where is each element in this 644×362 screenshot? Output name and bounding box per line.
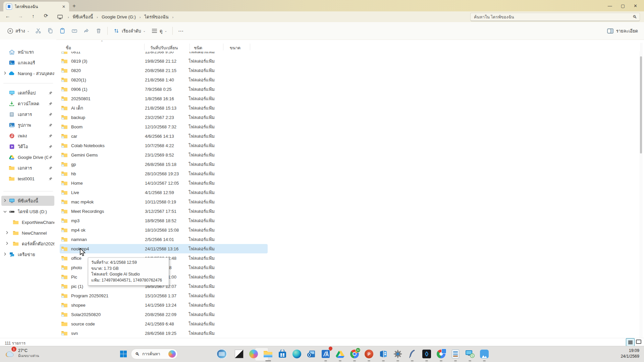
cut-button[interactable] (32, 25, 44, 36)
chevron-right-icon[interactable] (1, 199, 9, 203)
column-divider[interactable] (190, 44, 190, 50)
edge-icon[interactable] (291, 349, 302, 359)
taskbar-weather-widget[interactable]: 1 27°C มีเมฆบางส่วน (3, 347, 39, 359)
file-row-backup[interactable]: backup23/2/2567 2:23โฟลเดอร์แฟ้ม (60, 113, 268, 122)
new-button[interactable]: สร้าง ⌄ (4, 25, 32, 37)
powerpoint-icon[interactable]: P (364, 349, 374, 359)
column-header-size[interactable]: ขนาด (230, 45, 240, 51)
file-row-gp[interactable]: gp26/8/2568 15:18โฟลเดอร์แฟ้ม (60, 160, 268, 169)
sidebar-item-narong-ส่วนบุคคล[interactable]: Narong - ส่วนบุคคล (1, 68, 54, 78)
breadcrumb-google-drive[interactable]: Google Drive (G:) (100, 14, 138, 20)
search-input[interactable]: ค้นหาใน ไดรฟ์ของฉัน 🔍︎ (470, 13, 640, 21)
back-button[interactable]: ← (3, 13, 12, 19)
taskbar-search[interactable]: 🔍︎ การค้นหา (131, 349, 178, 359)
file-explorer-icon[interactable] (263, 349, 273, 359)
chrome-icon[interactable]: SJ (349, 349, 360, 359)
explorer-tab[interactable]: ไดรฟ์ของฉัน ✕ (3, 2, 69, 11)
search-icon[interactable]: 🔍︎ (633, 14, 637, 19)
file-row-meet-recordings[interactable]: Meet Recordings3/12/2567 17:51โฟลเดอร์แฟ… (60, 206, 268, 216)
file-row-0820[interactable]: 082020/8/2568 21:15โฟลเดอร์แฟ้ม (60, 66, 268, 75)
quill-app-icon[interactable] (407, 349, 418, 359)
file-row-program-20250921[interactable]: Program 2025092115/10/2568 1:37โฟลเดอร์แ… (60, 291, 268, 300)
file-row-source-code[interactable]: source code24/1/2569 6:48โฟลเดอร์แฟ้ม (60, 319, 268, 328)
column-header-date[interactable]: วันที่ปรับเปลี่ยน (150, 45, 178, 51)
file-row-home[interactable]: Home14/10/2567 12:05โฟลเดอร์แฟ้ม (60, 178, 268, 188)
close-button[interactable]: ✕ (634, 3, 637, 8)
refresh-button[interactable]: ⟳ (42, 13, 50, 19)
file-row-boom[interactable]: Boom12/10/2568 7:32โฟลเดอร์แฟ้ม (60, 122, 268, 131)
details-pane-button[interactable]: รายละเอียด (607, 27, 638, 35)
minimize-button[interactable]: — (608, 3, 612, 8)
file-row-20250801[interactable]: 202508011/8/2568 16:16โฟลเดอร์แฟ้ม (60, 94, 268, 103)
view-button[interactable]: ดู ⌄ (148, 25, 170, 37)
column-header-type[interactable]: ชนิด (194, 45, 202, 51)
new-tab-button[interactable]: + (72, 3, 76, 9)
sidebar-item-เครือข่าย[interactable]: เครือข่าย (1, 249, 54, 259)
file-row-0820-1-[interactable]: 0820(1)21/8/2568 1:40โฟลเดอร์แฟ้ม (60, 75, 268, 84)
sidebar-item-ไดรฟ์-usb-d-[interactable]: ไดรฟ์ USB (D:) (1, 206, 54, 217)
start-button[interactable] (119, 350, 127, 358)
breadcrumb-this-pc[interactable]: พีซีเครื่องนี้ (71, 13, 95, 21)
file-row-gemini-gems[interactable]: Gemini Gems23/1/2569 8:52โฟลเดอร์แฟ้ม (60, 150, 268, 160)
google-drive-icon[interactable] (335, 349, 345, 359)
forward-button[interactable]: → (16, 13, 25, 19)
remote-desktop-icon[interactable] (465, 349, 475, 359)
column-header-name[interactable]: ชื่อ (66, 45, 71, 51)
sidebar-item-ดอร์สติ๊กต๊อก2026[interactable]: ดอร์สติ๊กต๊อก2026 (1, 239, 54, 249)
delete-button[interactable] (93, 25, 105, 36)
file-row-namnan[interactable]: namnan2/5/2566 14:01โฟลเดอร์แฟ้ม (60, 235, 268, 244)
chevron-right-icon[interactable] (1, 71, 9, 75)
file-row-solar20250820[interactable]: Solar2025082020/8/2568 22:09โฟลเดอร์แฟ้ม (60, 310, 268, 319)
file-row-car[interactable]: car4/6/2566 14:13โฟลเดอร์แฟ้ม (60, 131, 268, 141)
file-row-mp4-ok[interactable]: mp4 ok18/10/2568 15:08โฟลเดอร์แฟ้ม (60, 225, 268, 235)
file-row-hb[interactable]: hb28/10/2568 19:23โฟลเดอร์แฟ้ม (60, 169, 268, 178)
sidebar-item-เพลง[interactable]: เพลง (1, 131, 54, 141)
maximize-button[interactable]: ▢ (621, 3, 625, 8)
copilot-icon[interactable] (248, 349, 259, 359)
sidebar-item-exportnewchanel[interactable]: ExportNewChanel (1, 217, 54, 227)
sidebar-item-แกลเลอรี[interactable]: แกลเลอรี (1, 58, 54, 68)
column-divider[interactable] (223, 44, 223, 50)
tab-close-icon[interactable]: ✕ (61, 4, 66, 9)
file-row-nookmp4[interactable]: nookmp424/11/2568 13:16โฟลเดอร์แฟ้ม (60, 244, 268, 253)
microsoft-store-icon[interactable] (277, 349, 288, 359)
column-divider[interactable] (144, 44, 145, 50)
scrollbar-thumb[interactable] (640, 56, 642, 154)
anydesk-icon[interactable] (421, 349, 432, 359)
settings-icon[interactable] (392, 349, 403, 359)
chevron-right-icon[interactable] (1, 242, 13, 246)
photo-widget-icon[interactable] (216, 349, 227, 359)
taskbar-clock[interactable]: 19:09 24/1/2569 (621, 348, 639, 359)
pinned-a-app-icon[interactable] (320, 349, 331, 359)
chevron-down-icon[interactable] (1, 210, 9, 214)
sidebar-item-พีซีเครื่องนี้[interactable]: พีซีเครื่องนี้ (1, 196, 54, 206)
mountain-app-icon[interactable] (479, 349, 490, 359)
sidebar-item-รูปภาพ[interactable]: รูปภาพ (1, 120, 54, 130)
sidebar-item-วิดีโอ[interactable]: วิดีโอ (1, 141, 54, 152)
share-button[interactable] (80, 25, 93, 36)
chrome-tool-icon[interactable] (436, 349, 446, 359)
file-row-colab-notebooks[interactable]: Colab Notebooks10/7/2568 4:22โฟลเดอร์แฟ้… (60, 141, 268, 150)
rename-button[interactable] (68, 25, 80, 36)
chevron-right-icon[interactable] (1, 231, 13, 235)
sidebar-item-google-drive-g-[interactable]: Google Drive (G: (1, 152, 54, 162)
file-row-live[interactable]: Live4/1/2568 12:59โฟลเดอร์แฟ้ม (60, 188, 268, 197)
thumbnail-view-toggle[interactable] (636, 340, 641, 344)
sidebar-item-newchannel[interactable]: NewChannel (1, 228, 54, 238)
file-row-shopee[interactable]: shopee14/1/2569 13:24โฟลเดอร์แฟ้ม (60, 300, 268, 310)
contrast-app-icon[interactable] (234, 349, 245, 359)
chevron-right-icon[interactable] (1, 252, 9, 256)
paste-button[interactable] (56, 25, 68, 36)
up-button[interactable]: ↑ (29, 13, 38, 19)
file-row-0906-1-[interactable]: 0906 (1)7/9/2568 0:25โฟลเดอร์แฟ้ม (60, 84, 268, 94)
breadcrumb-my-drive[interactable]: ไดรฟ์ของฉัน (142, 13, 170, 21)
file-row-mp3[interactable]: mp318/9/2568 18:52โฟลเดอร์แฟ้ม (60, 216, 268, 225)
column-divider[interactable] (250, 44, 250, 50)
sidebar-item-เอกสาร[interactable]: เอกสาร (1, 163, 54, 173)
sort-button[interactable]: เรียงลำดับ ⌄ (110, 25, 148, 37)
more-options-button[interactable]: ⋯ (175, 26, 186, 36)
file-row-0819-3-[interactable]: 0819 (3)19/8/2568 21:12โฟลเดอร์แฟ้ม (60, 56, 268, 66)
details-view-toggle[interactable] (626, 338, 635, 346)
sidebar-item-test0001[interactable]: test0001 (1, 174, 54, 184)
outlook-icon[interactable] (306, 349, 317, 359)
